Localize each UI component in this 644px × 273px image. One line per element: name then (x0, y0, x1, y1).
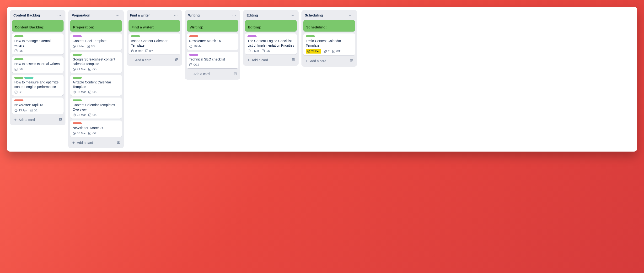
card[interactable]: How to measure and optimize content engi… (12, 75, 64, 96)
card-badges: 16 Mar0/5 (72, 90, 120, 94)
svg-rect-2 (15, 91, 18, 94)
card[interactable]: Technical SEO checklist0/12 (187, 52, 238, 68)
due-date-badge[interactable]: 13 Apr (14, 109, 27, 112)
card-label-green[interactable] (131, 35, 140, 37)
checklist-count: 0/11 (336, 50, 342, 53)
add-card-label: Add a card (310, 59, 326, 63)
list-title[interactable]: Find a writer (130, 13, 150, 17)
add-card-left: Add a card (246, 58, 268, 62)
list-menu-icon[interactable]: ⋯ (290, 13, 295, 18)
card-label-orange[interactable] (14, 99, 24, 101)
add-card-button[interactable]: Add a card (70, 139, 122, 146)
list-title[interactable]: Content Backlog (14, 13, 40, 17)
add-card-button[interactable]: Add a card (245, 56, 297, 64)
card-label-purple[interactable] (189, 54, 198, 56)
card-label-green[interactable] (72, 77, 82, 79)
add-card-button[interactable]: Add a card (128, 56, 180, 64)
due-date-badge[interactable]: 30 Mar (72, 132, 86, 135)
checklist-badge: 0/6 (145, 49, 153, 53)
board: Content Backlog⋯Content Backlog:How to m… (7, 7, 637, 152)
add-card-button[interactable]: Add a card (187, 70, 238, 78)
card-template-icon[interactable] (292, 58, 295, 62)
add-card-button[interactable]: Add a card (12, 116, 64, 123)
card-template-icon[interactable] (116, 140, 120, 145)
checklist-icon (88, 90, 92, 94)
card[interactable]: Content Calendar Templates Overview23 Ma… (70, 98, 122, 119)
card[interactable]: How to assess external writers0/6 (12, 56, 64, 73)
card[interactable]: Content Brief Template7 Mar0/5 (70, 34, 122, 50)
card[interactable]: Newsletter: March 3030 Mar0/2 (70, 120, 122, 137)
clock-icon (72, 113, 76, 117)
card-label-green[interactable] (14, 35, 24, 37)
card[interactable]: Newsletter: March 1616 Mar (187, 34, 238, 50)
card[interactable]: Asana Content Calendar Template9 Mar0/6 (128, 34, 180, 55)
card-title: Airtable Content Calendar Template (72, 80, 120, 89)
due-date-badge[interactable]: 28 Feb (306, 49, 321, 54)
list-menu-icon[interactable]: ⋯ (115, 13, 120, 18)
due-date-text: 28 Feb (311, 50, 320, 53)
card-badges: 0/1 (14, 90, 61, 94)
list-menu-icon[interactable]: ⋯ (173, 13, 179, 18)
card[interactable]: Airtable Content Calendar Template16 Mar… (70, 75, 122, 96)
card-template-icon[interactable] (350, 59, 354, 63)
list-title[interactable]: Scheduling (305, 13, 323, 17)
list-header-card[interactable]: Writing: (187, 20, 238, 32)
card-template-icon[interactable] (58, 117, 62, 122)
due-date-badge[interactable]: 9 Mar (248, 49, 259, 53)
list-menu-icon[interactable]: ⋯ (56, 13, 62, 18)
card-label-purple[interactable] (72, 35, 82, 37)
card-template-icon[interactable] (233, 72, 237, 76)
due-date-text: 13 Apr (19, 109, 27, 112)
due-date-badge[interactable]: 16 Mar (189, 45, 202, 48)
clock-icon (248, 49, 251, 53)
list-header-card[interactable]: Content Backlog: (12, 20, 64, 32)
card[interactable]: Google Spreadsheet content calendar temp… (70, 52, 122, 73)
due-date-badge[interactable]: 21 Mar (72, 68, 86, 71)
card-label-green[interactable] (14, 58, 24, 60)
add-card-label: Add a card (194, 72, 210, 76)
card-template-icon[interactable] (175, 58, 179, 62)
card-label-green[interactable] (72, 54, 82, 56)
clock-icon (307, 50, 310, 53)
checklist-badge: 0/11 (332, 50, 342, 53)
checklist-badge: 0/5 (88, 90, 96, 94)
card-labels (14, 58, 61, 60)
card[interactable]: The Content Engine Checklist: List of Im… (245, 34, 297, 55)
due-date-text: 23 Mar (77, 113, 86, 117)
svg-rect-25 (176, 60, 177, 60)
checklist-badge: 0/2 (88, 132, 96, 135)
card[interactable]: How to manage external writers0/6 (12, 34, 64, 55)
list-header-card[interactable]: Preperation: (70, 20, 122, 32)
due-date-badge[interactable]: 7 Mar (72, 45, 84, 48)
list-menu-icon[interactable]: ⋯ (348, 13, 354, 18)
checklist-badge: 0/5 (262, 49, 270, 53)
list-title[interactable]: Writing (188, 13, 200, 17)
due-date-badge[interactable]: 23 Mar (72, 113, 86, 117)
list-header-card-title: Find a writer: (132, 25, 177, 29)
add-card-left: Add a card (305, 59, 326, 63)
card-label-green[interactable] (306, 35, 315, 37)
card[interactable]: Newsletter: Arpil 1313 Apr0/1 (12, 98, 64, 114)
add-card-button[interactable]: Add a card (303, 57, 355, 65)
due-date-badge[interactable]: 9 Mar (131, 49, 142, 53)
card-label-purple[interactable] (248, 35, 256, 37)
list-header-card[interactable]: Find a writer: (128, 20, 180, 32)
card-label-orange[interactable] (189, 35, 198, 37)
due-date-badge[interactable]: 16 Mar (72, 90, 86, 94)
card-label-green[interactable] (72, 99, 82, 101)
card-labels (72, 35, 120, 37)
add-card-label: Add a card (135, 58, 152, 62)
list: Find a writer⋯Find a writer:Asana Conten… (126, 10, 182, 66)
card-label-teal[interactable] (24, 77, 34, 79)
list-header-card[interactable]: Editing: (245, 20, 297, 32)
list-header-card[interactable]: Scheduling: (303, 20, 355, 32)
card-label-green[interactable] (14, 77, 24, 79)
card[interactable]: Trello Content Calendar Template28 Feb20… (303, 34, 355, 56)
list-title[interactable]: Editing (246, 13, 258, 17)
list: Scheduling⋯Scheduling:Trello Content Cal… (302, 10, 357, 67)
card-label-orange[interactable] (72, 122, 82, 124)
list-title[interactable]: Preparation (72, 13, 90, 17)
svg-rect-27 (190, 64, 192, 66)
list-menu-icon[interactable]: ⋯ (231, 13, 237, 18)
checklist-badge: 0/1 (30, 109, 38, 112)
